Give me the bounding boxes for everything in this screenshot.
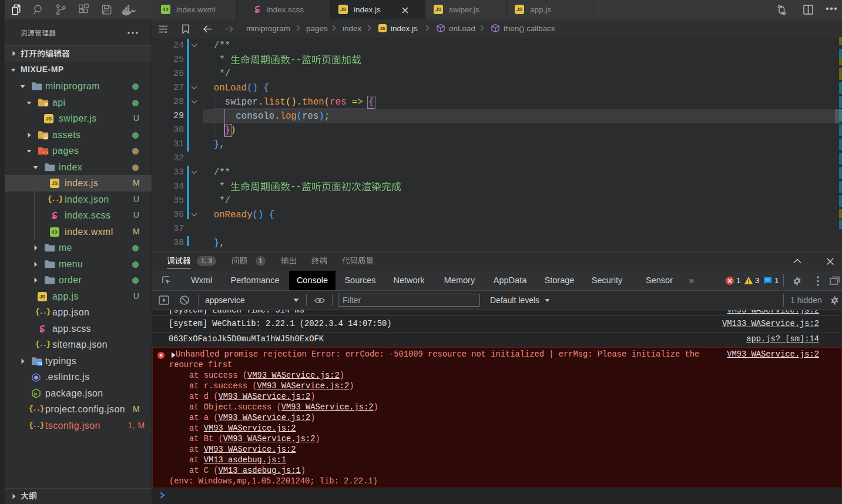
svg-text:js: js [33,392,37,397]
svg-text:#: # [45,102,48,107]
svg-text:TS: TS [38,360,42,365]
